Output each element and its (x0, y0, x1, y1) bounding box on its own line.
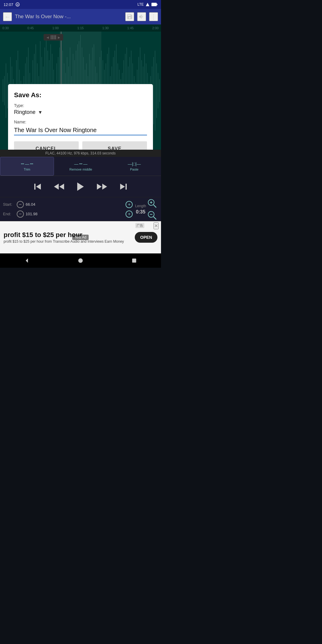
app-bar-title: The War Is Over Now -... (15, 14, 122, 20)
status-time: 12:07 (4, 2, 13, 7)
nav-recent-button[interactable] (127, 255, 142, 267)
app-bar: ← The War Is Over Now -... ⋮ (0, 9, 161, 24)
svg-marker-228 (26, 258, 28, 263)
type-value: Ringtone (14, 109, 35, 115)
type-label: Type: (14, 103, 147, 108)
ad-subtext: profit $15 to $25 per hour from Transcri… (4, 239, 132, 244)
zoom-in-button[interactable] (146, 198, 158, 209)
toolbar-paste[interactable]: —|□|— Paste (108, 157, 161, 176)
battery-icon (151, 3, 157, 6)
dialog-buttons: CANCEL SAVE (14, 141, 147, 150)
dropdown-arrow-icon: ▼ (38, 110, 43, 115)
signal-icon (145, 2, 150, 7)
end-param-line: End: − 101.98 (3, 210, 123, 218)
nav-bar (0, 253, 161, 268)
remove-middle-label: Remove middle (69, 168, 92, 171)
svg-marker-2 (146, 3, 149, 6)
length-value: 0:35 (136, 209, 145, 215)
save-confirm-button[interactable]: SAVE (82, 141, 147, 150)
save-as-dialog: Save As: Type: Ringtone ▼ Name: CANCEL S… (8, 84, 153, 150)
status-left: 12:07 @ (4, 2, 20, 7)
start-decrease-button[interactable]: − (17, 201, 24, 208)
name-label: Name: (14, 120, 147, 124)
info-bar: FLAC, 44100 Hz, 976 kbps, 314.03 seconds (0, 150, 161, 157)
ad-close-button[interactable]: ✕ (154, 222, 159, 229)
status-bar: 12:07 @ LTE (0, 0, 161, 9)
name-input[interactable] (14, 126, 147, 135)
transport-controls (0, 176, 161, 197)
paste-icon: —|□|— (128, 162, 141, 166)
increment-buttons: + + (126, 201, 133, 218)
network-type: LTE (137, 2, 144, 7)
zoom-controls (146, 198, 158, 221)
volume-button[interactable] (137, 12, 146, 21)
waveform-container[interactable]: 0:30 0:45 1:00 1:15 1:30 1:45 2:00 (0, 24, 161, 150)
start-param-line: Start: − 66.04 (3, 201, 123, 208)
end-label: End: (3, 212, 15, 216)
start-value: 66.04 (26, 202, 35, 207)
ad-banner: Test Ad 广告 ✕ profit $15 to $25 per hour … (0, 221, 161, 253)
trim-label: Trim (24, 168, 30, 171)
ad-tag: 广告 (135, 223, 144, 228)
type-dropdown[interactable]: Ringtone ▼ (14, 109, 147, 115)
fast-forward-button[interactable] (95, 180, 109, 193)
back-button[interactable]: ← (3, 12, 12, 21)
svg-text:@: @ (16, 3, 18, 6)
end-value: 101.98 (26, 212, 38, 216)
ad-test-tag: Test Ad (72, 235, 89, 240)
svg-rect-4 (157, 4, 158, 5)
zoom-out-button[interactable] (146, 210, 158, 221)
remove-middle-icon: — ••• — (74, 162, 88, 166)
length-box: Length 0:35 (135, 204, 146, 215)
end-decrease-button[interactable]: − (17, 210, 24, 218)
dialog-title: Save As: (14, 91, 147, 99)
ad-headline: profit $15 to $25 per hour (4, 231, 132, 239)
play-button[interactable] (74, 180, 87, 193)
notification-icon: @ (15, 2, 20, 7)
skip-back-button[interactable] (31, 180, 44, 193)
file-info-text: FLAC, 44100 Hz, 976 kbps, 314.03 seconds (45, 151, 115, 155)
paste-label: Paste (130, 168, 138, 171)
params-row: Start: − 66.04 End: − 101.98 + + Length … (0, 197, 161, 221)
edit-toolbar: ••• — ••• Trim — ••• — Remove middle —|□… (0, 157, 161, 176)
trim-icon: ••• — ••• (21, 162, 33, 166)
svg-line-224 (154, 205, 156, 208)
toolbar-remove-middle[interactable]: — ••• — Remove middle (54, 157, 107, 176)
svg-point-229 (78, 258, 83, 263)
skip-forward-button[interactable] (117, 180, 130, 193)
rewind-button[interactable] (52, 180, 66, 193)
ad-text-block: profit $15 to $25 per hour profit $15 to… (4, 231, 132, 244)
svg-line-227 (154, 217, 156, 219)
start-end-params: Start: − 66.04 End: − 101.98 (3, 201, 123, 218)
start-increase-button[interactable]: + (126, 201, 133, 208)
nav-home-button[interactable] (73, 255, 88, 267)
svg-rect-230 (132, 258, 136, 263)
end-increase-button[interactable]: + (126, 210, 133, 218)
svg-rect-5 (152, 3, 157, 6)
start-label: Start: (3, 202, 15, 207)
length-label: Length (135, 204, 146, 208)
ad-open-button[interactable]: OPEN (135, 232, 157, 243)
more-options-button[interactable]: ⋮ (149, 12, 158, 21)
dialog-overlay: Save As: Type: Ringtone ▼ Name: CANCEL S… (0, 24, 161, 150)
nav-back-button[interactable] (19, 255, 34, 267)
cancel-button[interactable]: CANCEL (14, 141, 79, 150)
status-right: LTE (137, 2, 157, 7)
save-button[interactable] (125, 12, 134, 21)
toolbar-trim[interactable]: ••• — ••• Trim (0, 157, 54, 176)
